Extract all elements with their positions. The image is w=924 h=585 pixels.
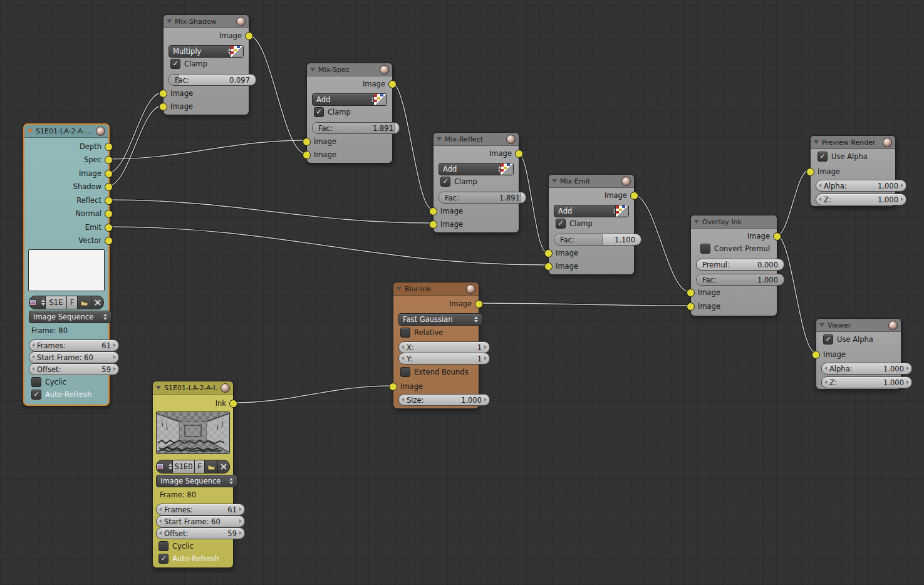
socket-image-output[interactable] [475,300,483,308]
collapse-triangle-icon[interactable] [310,68,315,71]
collapse-triangle-icon[interactable] [437,137,442,141]
datablock-name-field[interactable]: S1E [46,296,67,309]
cyclic-checkbox[interactable] [31,377,41,387]
color-swatch-button[interactable] [230,45,244,58]
collapse-triangle-icon[interactable] [694,220,699,224]
socket-image2-input[interactable] [159,103,167,111]
offset-field[interactable]: Offset: 59 [156,527,245,539]
socket-image-output[interactable] [630,192,638,200]
clamp-checkbox[interactable] [440,177,450,187]
start-frame-field[interactable]: Start Frame: 60 [156,515,245,527]
color-swatch-button[interactable] [500,163,514,175]
blend-mode-dropdown[interactable]: Add [554,205,621,217]
socket-vector-output[interactable] [105,237,113,245]
fac-slider[interactable]: Fac: 1.891 [439,192,526,204]
extend-bounds-checkbox[interactable] [400,367,410,377]
collapse-triangle-icon[interactable] [819,323,824,327]
socket-image2-input[interactable] [687,303,695,311]
cyclic-checkbox[interactable] [158,541,169,551]
node-viewer[interactable]: Viewer Use Alpha Image Alpha: 1.000 Z: 1… [816,318,901,390]
use-alpha-checkbox[interactable] [818,152,828,162]
y-field[interactable]: Y: 1 [398,353,490,365]
node-header[interactable]: Mix-Shadow [164,15,249,28]
fac-slider[interactable]: Fac: 1.100 [554,234,641,246]
socket-emit-output[interactable] [105,224,113,232]
socket-spec-output[interactable] [105,156,113,164]
socket-image-output[interactable] [105,170,113,178]
fac-slider[interactable]: Fac: 1.000 [696,274,784,286]
blend-mode-dropdown[interactable]: Add [312,93,380,106]
collapse-triangle-icon[interactable] [397,287,402,291]
unlink-button[interactable] [91,296,103,309]
socket-image2-input[interactable] [303,151,311,159]
material-sphere-icon[interactable] [506,135,516,144]
z-field[interactable]: Z: 1.000 [821,376,912,388]
socket-ink-output[interactable] [229,400,237,408]
node-header[interactable]: Viewer [816,319,901,332]
node-editor-canvas[interactable]: S1E01-LA-2-A-... Depth Spec Image Shadow… [0,0,924,585]
frames-field[interactable]: Frames: 61 [156,504,245,515]
node-header[interactable]: S1E01-LA-2-A-... [24,125,108,138]
socket-image-output[interactable] [245,32,253,40]
blend-mode-dropdown[interactable]: Add [439,163,506,175]
node-mix-reflect[interactable]: Mix-Reflect Image Add Clamp Fac: 1. [433,132,519,233]
image-browse-button[interactable] [29,296,46,309]
collapse-triangle-icon[interactable] [28,129,33,133]
socket-normal-output[interactable] [105,210,113,218]
frames-field[interactable]: Frames: 61 [29,339,119,351]
socket-image1-input[interactable] [159,90,167,98]
material-sphere-icon[interactable] [380,65,389,75]
use-alpha-checkbox[interactable] [823,334,833,344]
socket-reflect-output[interactable] [105,197,113,205]
node-header[interactable]: Mix-Spec [307,63,392,76]
fake-user-button[interactable]: F [67,296,78,309]
fac-slider[interactable]: Fac: 0.097 [169,74,256,86]
node-overlay-ink[interactable]: Overlay Ink Image Convert Premul Premul:… [690,215,777,316]
node-blur-ink[interactable]: Blur-Ink Image Fast Gaussian Relative X:… [393,282,479,409]
node-mix-emit[interactable]: Mix-Emit Image Add Clamp Fac: 1.100 [548,174,635,275]
node-header[interactable]: Blur-Ink [393,282,479,296]
socket-image1-input[interactable] [544,249,553,257]
socket-image-input[interactable] [812,351,820,359]
material-sphere-icon[interactable] [888,321,898,330]
socket-image2-input[interactable] [544,262,553,271]
relative-checkbox[interactable] [400,328,410,338]
material-sphere-icon[interactable] [883,138,892,147]
socket-image-input[interactable] [389,383,397,391]
auto-refresh-checkbox[interactable] [158,554,169,564]
node-ink-layer[interactable]: S1E01-LA-2-A-I... Ink [152,381,234,568]
z-field[interactable]: Z: 1.000 [816,194,906,205]
blend-mode-dropdown[interactable]: Multiply [169,45,236,58]
fac-slider[interactable]: Fac: 1.891 [312,122,400,134]
source-dropdown[interactable]: Image Sequence [29,311,112,323]
open-file-button[interactable] [205,460,218,473]
offset-field[interactable]: Offset: 59 [29,363,119,375]
socket-image1-input[interactable] [429,207,437,215]
material-sphere-icon[interactable] [236,17,246,26]
clamp-checkbox[interactable] [314,107,324,117]
socket-image2-input[interactable] [429,220,437,229]
node-header[interactable]: Overlay Ink [691,215,777,229]
x-field[interactable]: X: 1 [398,341,490,353]
collapse-triangle-icon[interactable] [552,179,557,183]
socket-shadow-output[interactable] [105,183,113,191]
socket-image1-input[interactable] [303,138,311,146]
datablock-name-field[interactable]: S1E0 [173,460,195,473]
material-sphere-icon[interactable] [221,383,230,393]
size-field[interactable]: Size: 1.000 [398,394,490,406]
auto-refresh-checkbox[interactable] [31,390,41,400]
collapse-triangle-icon[interactable] [167,19,172,23]
color-swatch-button[interactable] [615,205,629,217]
socket-depth-output[interactable] [105,143,113,151]
alpha-field[interactable]: Alpha: 1.000 [816,180,906,192]
node-header[interactable]: Preview Render [811,136,895,149]
clamp-checkbox[interactable] [170,59,180,69]
source-dropdown[interactable]: Image Sequence [156,475,237,487]
socket-image-input[interactable] [806,168,814,176]
premul-slider[interactable]: Premul: 0.000 [696,259,784,271]
fake-user-button[interactable]: F [195,460,205,473]
node-render-layer[interactable]: S1E01-LA-2-A-... Depth Spec Image Shadow… [23,123,110,406]
alpha-field[interactable]: Alpha: 1.000 [821,363,912,375]
unlink-button[interactable] [218,460,229,473]
material-sphere-icon[interactable] [96,127,105,136]
